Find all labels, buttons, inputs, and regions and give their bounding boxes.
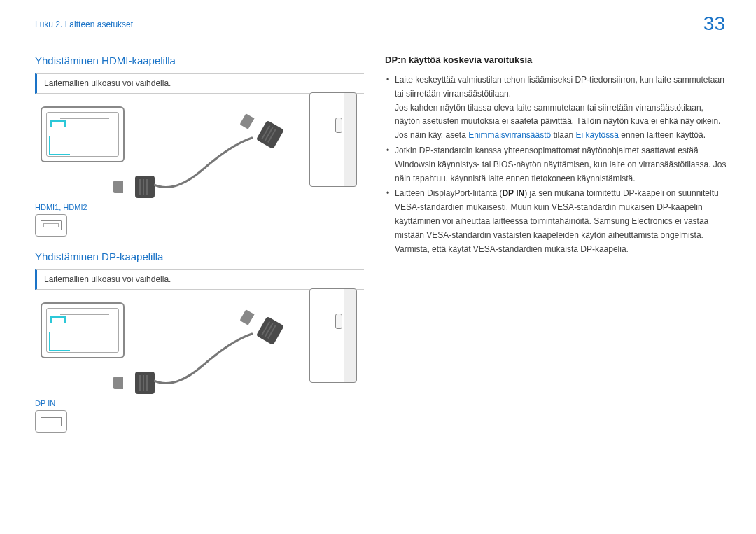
diagram-dp — [35, 302, 364, 393]
diagram-hdmi — [35, 106, 364, 197]
pc-icon — [309, 288, 357, 383]
monitor-icon — [41, 106, 125, 162]
section-title-hdmi: Yhdistäminen HDMI-kaapelilla — [35, 55, 364, 66]
breadcrumb: Luku 2. Laitteen asetukset — [35, 20, 133, 29]
list-item: Laitteen DisplayPort-liitäntä (DP IN) ja… — [385, 187, 728, 256]
monitor-icon — [41, 302, 125, 358]
dp-port-icon — [35, 410, 67, 433]
port-label-dp: DP IN — [35, 399, 364, 407]
note-hdmi: Laitemallien ulkoasu voi vaihdella. — [35, 73, 364, 94]
hdmi-port-icon — [35, 214, 67, 237]
page-number: 33 — [704, 13, 725, 35]
note-dp: Laitemallien ulkoasu voi vaihdella. — [35, 269, 364, 290]
link-max-power-saving: Enimmäisvirransäästö — [468, 130, 551, 140]
list-item: Jotkin DP-standardin kanssa yhteensopima… — [385, 144, 728, 185]
warnings-title: DP:n käyttöä koskevia varoituksia — [385, 55, 728, 65]
cable-hdmi — [126, 138, 308, 194]
warnings-list: Laite keskeyttää valmiustilan tehon lisä… — [385, 73, 728, 256]
link-off: Ei käytössä — [576, 130, 619, 140]
section-title-dp: Yhdistäminen DP-kaapelilla — [35, 251, 364, 262]
list-item: Laite keskeyttää valmiustilan tehon lisä… — [385, 73, 728, 143]
pc-icon — [309, 92, 357, 187]
cable-dp — [126, 334, 308, 390]
port-label-hdmi: HDMI1, HDMI2 — [35, 203, 364, 211]
